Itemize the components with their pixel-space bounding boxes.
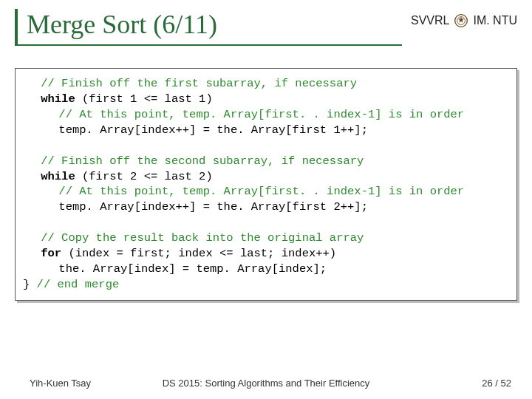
slide: Merge Sort (6/11) SVVRL IM. NTU // Finis…: [0, 0, 532, 399]
slide-title: Merge Sort (6/11): [27, 9, 402, 40]
code-line: the. Array[index] = temp. Array[index];: [23, 262, 327, 277]
code-comment: // Copy the result back into the origina…: [23, 231, 364, 246]
footer-author: Yih-Kuen Tsay: [30, 378, 91, 389]
org-label-right: IM. NTU: [473, 14, 517, 27]
code-line: } // end merge: [23, 278, 119, 291]
code-comment: // At this point, temp. Array[first. . i…: [23, 107, 464, 123]
close-brace: }: [23, 278, 30, 291]
code-line: while (first 2 <= last 2): [23, 169, 213, 185]
footer-page-number: 26 / 52: [482, 378, 511, 389]
code-line: temp. Array[index++] = the. Array[first …: [23, 123, 368, 138]
title-container: Merge Sort (6/11): [15, 9, 402, 46]
code-comment: // Finish off the second subarray, if ne…: [23, 154, 364, 169]
code-block: // Finish off the first subarray, if nec…: [15, 68, 517, 301]
code-text: (first 1 <= last 1): [75, 92, 213, 106]
university-seal-icon: [454, 13, 468, 28]
footer-course: DS 2015: Sorting Algorithms and Their Ef…: [163, 378, 370, 389]
code-comment: // At this point, temp. Array[first. . i…: [23, 184, 464, 200]
code-text: (first 2 <= last 2): [75, 170, 213, 183]
code-comment: // Finish off the first subarray, if nec…: [23, 76, 357, 92]
slide-content: // Finish off the first subarray, if nec…: [15, 68, 517, 301]
keyword-while: while: [41, 92, 75, 106]
code-line: temp. Array[index++] = the. Array[first …: [23, 200, 368, 215]
code-line: for (index = first; index <= last; index…: [23, 246, 336, 262]
keyword-while: while: [41, 170, 75, 183]
code-text: (index = first; index <= last; index++): [61, 247, 336, 260]
header-affiliation: SVVRL IM. NTU: [411, 9, 517, 28]
org-label-left: SVVRL: [411, 14, 449, 27]
keyword-for: for: [41, 247, 61, 260]
code-comment: // end merge: [30, 278, 119, 291]
code-line: while (first 1 <= last 1): [23, 92, 213, 107]
slide-header: Merge Sort (6/11) SVVRL IM. NTU: [0, 0, 532, 46]
slide-footer: Yih-Kuen Tsay DS 2015: Sorting Algorithm…: [0, 378, 532, 389]
